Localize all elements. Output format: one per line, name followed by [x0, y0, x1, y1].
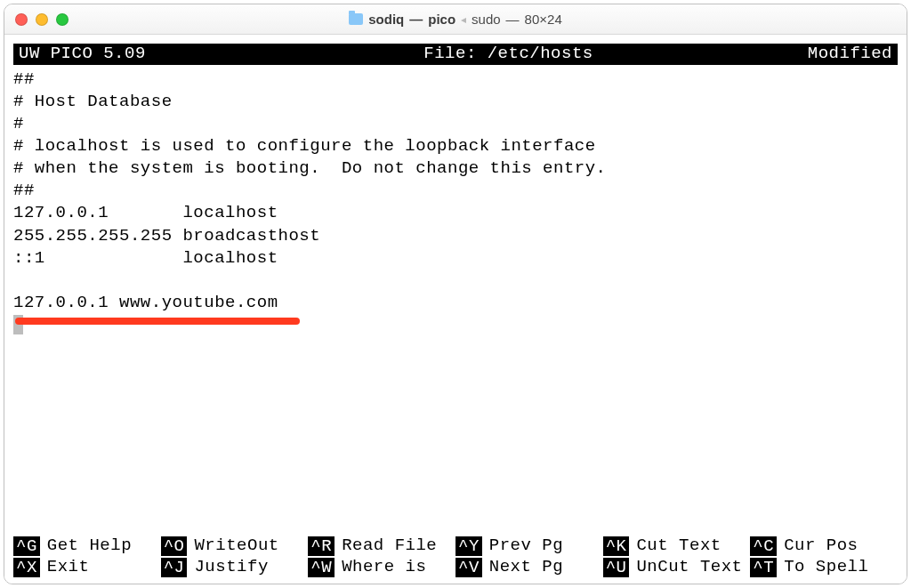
editor-status-bar: UW PICO 5.09 File: /etc/hosts Modified — [13, 44, 898, 65]
shortcut-label: Cur Pos — [784, 536, 858, 557]
shortcut-label: Prev Pg — [489, 536, 563, 557]
shortcut-item: ^UUnCut Text — [603, 557, 751, 578]
shortcut-item: ^XExit — [13, 557, 161, 578]
file-label: File: — [423, 44, 477, 63]
minimize-icon[interactable] — [36, 13, 48, 26]
shortcut-label: To Spell — [784, 557, 868, 578]
shortcut-label: Justify — [194, 557, 268, 578]
shortcut-item: ^TTo Spell — [750, 557, 898, 578]
shortcut-item: ^WWhere is — [308, 557, 456, 578]
shortcut-item: ^KCut Text — [603, 536, 751, 557]
terminal-window: sodiq — pico ◂ sudo — 80×24 UW PICO 5.09… — [4, 4, 907, 584]
shortcut-key: ^O — [161, 536, 188, 556]
shortcut-key: ^V — [456, 558, 482, 577]
shortcut-label: Exit — [47, 557, 90, 578]
maximize-icon[interactable] — [56, 13, 69, 26]
shortcut-item: ^YPrev Pg — [456, 536, 603, 557]
shortcut-label: Get Help — [47, 536, 132, 557]
shortcut-key: ^J — [161, 558, 188, 577]
shortcut-label: UnCut Text — [636, 557, 742, 578]
shortcut-bar: ^GGet Help^OWriteOut^RRead File^YPrev Pg… — [13, 536, 898, 584]
shortcut-key: ^X — [13, 558, 40, 577]
shortcut-key: ^Y — [456, 536, 482, 556]
shortcut-item: ^VNext Pg — [456, 557, 603, 578]
shortcut-label: Where is — [342, 557, 426, 578]
shortcut-key: ^W — [308, 558, 335, 577]
shortcut-label: Next Pg — [489, 557, 563, 578]
shortcut-item: ^GGet Help — [13, 536, 161, 557]
shortcut-key: ^K — [603, 536, 630, 556]
modified-indicator: Modified — [808, 43, 892, 65]
traffic-lights — [15, 13, 69, 26]
shortcut-item: ^JJustify — [161, 557, 309, 578]
shortcut-key: ^U — [603, 558, 630, 577]
shortcut-item: ^OWriteOut — [161, 536, 309, 557]
editor-content[interactable]: ## # Host Database # # localhost is used… — [13, 65, 898, 536]
terminal-body[interactable]: UW PICO 5.09 File: /etc/hosts Modified #… — [4, 35, 907, 584]
close-icon[interactable] — [15, 13, 28, 26]
shortcut-label: WriteOut — [194, 536, 278, 557]
shortcut-item: ^CCur Pos — [750, 536, 898, 557]
shortcut-key: ^C — [750, 536, 777, 556]
shortcut-label: Cut Text — [636, 536, 721, 557]
highlight-annotation — [15, 318, 300, 325]
file-text: ## # Host Database # # localhost is used… — [13, 69, 607, 312]
file-path: /etc/hosts — [488, 44, 593, 63]
shortcut-item: ^RRead File — [308, 536, 456, 557]
shortcut-key: ^G — [13, 536, 40, 556]
editor-name-version: UW PICO 5.09 — [19, 43, 146, 65]
shortcut-key: ^R — [308, 536, 335, 556]
shortcut-key: ^T — [750, 558, 777, 577]
shortcut-label: Read File — [342, 536, 437, 557]
